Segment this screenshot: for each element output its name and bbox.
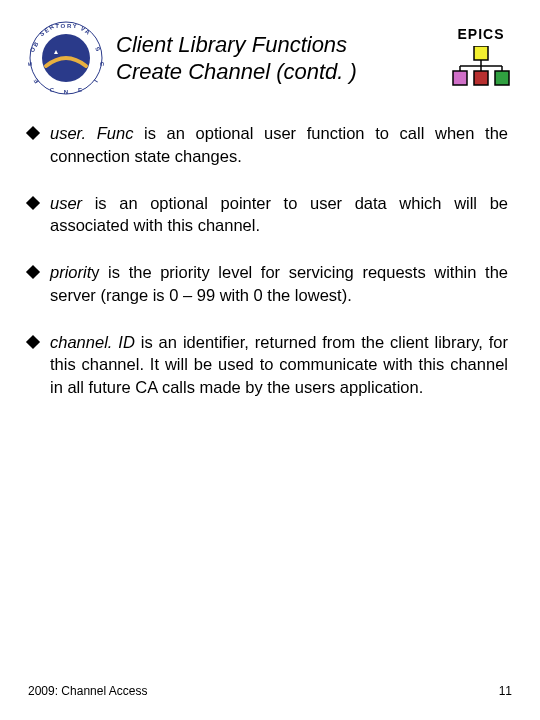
title-line-2: Create Channel (contd. ) [116, 59, 357, 84]
svg-rect-21 [453, 71, 467, 85]
svg-text:C: C [50, 87, 55, 93]
observatory-logo: T O R Y S C I E N C E S O B S E R V A [28, 20, 104, 96]
svg-text:V A: V A [79, 25, 91, 36]
bullet-rest: is an optional pointer to user data whic… [50, 194, 508, 235]
svg-text:E: E [78, 87, 82, 93]
bullet-term: user. Func [50, 124, 133, 142]
page-number: 11 [499, 684, 512, 698]
bullet-term: priorit [50, 263, 91, 281]
bullet-text: channel. ID is an identifier, returned f… [50, 331, 508, 399]
svg-rect-22 [474, 71, 488, 85]
svg-text:C: C [99, 62, 104, 67]
slide-footer: 2009: Channel Access 11 [28, 684, 512, 698]
svg-rect-23 [495, 71, 509, 85]
bullet-term: user [50, 194, 82, 212]
diamond-bullet-icon [26, 265, 40, 279]
bullet-text: priority is the priority level for servi… [50, 261, 508, 307]
list-item: priority is the priority level for servi… [28, 261, 508, 307]
bullet-term: channel. ID [50, 333, 135, 351]
slide-title: Client Library Functions Create Channel … [116, 31, 438, 86]
diamond-bullet-icon [26, 335, 40, 349]
svg-text:E: E [33, 78, 40, 84]
slide-header: T O R Y S C I E N C E S O B S E R V A Cl… [28, 20, 512, 96]
list-item: channel. ID is an identifier, returned f… [28, 331, 508, 399]
svg-text:N: N [64, 89, 68, 95]
title-line-1: Client Library Functions [116, 32, 347, 57]
epics-badge: EPICS [450, 26, 512, 90]
diamond-bullet-icon [26, 195, 40, 209]
epics-icon [450, 46, 512, 86]
svg-rect-15 [474, 46, 488, 60]
bullet-rest: is the priority level for servicing requ… [50, 263, 508, 304]
bullet-term-tail: y [91, 263, 99, 281]
list-item: user is an optional pointer to user data… [28, 192, 508, 238]
svg-text:S: S [94, 46, 101, 52]
slide: T O R Y S C I E N C E S O B S E R V A Cl… [0, 0, 540, 720]
epics-label: EPICS [450, 26, 512, 42]
svg-text:S E R: S E R [39, 23, 56, 37]
svg-text:T O R Y: T O R Y [55, 23, 77, 29]
svg-text:S: S [28, 62, 33, 66]
list-item: user. Func is an optional user function … [28, 122, 508, 168]
bullet-text: user is an optional pointer to user data… [50, 192, 508, 238]
bullet-text: user. Func is an optional user function … [50, 122, 508, 168]
diamond-bullet-icon [26, 126, 40, 140]
bullet-list: user. Func is an optional user function … [28, 122, 512, 399]
footer-left: 2009: Channel Access [28, 684, 147, 698]
svg-text:O B: O B [29, 40, 40, 53]
